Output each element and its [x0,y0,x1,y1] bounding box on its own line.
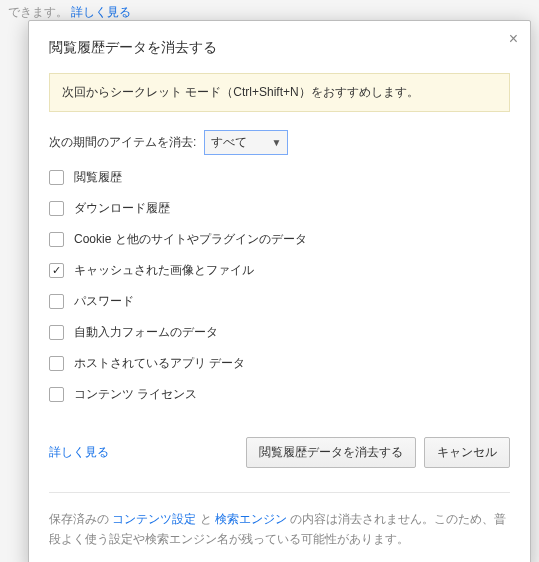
bg-learn-more-link[interactable]: 詳しく見る [71,5,131,19]
clear-data-button[interactable]: 閲覧履歴データを消去する [246,437,416,468]
checkbox-row[interactable]: 閲覧履歴 [49,169,510,186]
dialog-actions-row: 詳しく見る 閲覧履歴データを消去する キャンセル [49,437,510,468]
checkbox-row[interactable]: 自動入力フォームのデータ [49,324,510,341]
checkbox-label: コンテンツ ライセンス [74,386,197,403]
checkbox[interactable] [49,356,64,371]
checkbox-row[interactable]: キャッシュされた画像とファイル [49,262,510,279]
checkbox-label: 自動入力フォームのデータ [74,324,218,341]
search-engine-link[interactable]: 検索エンジン [215,512,287,526]
checkbox[interactable] [49,325,64,340]
learn-more-link[interactable]: 詳しく見る [49,444,109,461]
incognito-suggestion-banner: 次回からシークレット モード（Ctrl+Shift+N）をおすすめします。 [49,73,510,112]
checkbox-label: ホストされているアプリ データ [74,355,245,372]
dialog-title: 閲覧履歴データを消去する [49,39,510,57]
checkbox-label: キャッシュされた画像とファイル [74,262,254,279]
checkbox[interactable] [49,201,64,216]
cancel-button[interactable]: キャンセル [424,437,510,468]
clear-browsing-data-dialog: × 閲覧履歴データを消去する 次回からシークレット モード（Ctrl+Shift… [28,20,531,562]
time-range-row: 次の期間のアイテムを消去: すべて ▼ [49,130,510,155]
checkbox[interactable] [49,170,64,185]
checkbox-label: ダウンロード履歴 [74,200,170,217]
content-settings-link[interactable]: コンテンツ設定 [112,512,196,526]
checkbox-row[interactable]: ダウンロード履歴 [49,200,510,217]
checkbox-label: Cookie と他のサイトやプラグインのデータ [74,231,307,248]
checkbox-list: 閲覧履歴ダウンロード履歴Cookie と他のサイトやプラグインのデータキャッシュ… [49,169,510,403]
checkbox[interactable] [49,387,64,402]
checkbox-row[interactable]: コンテンツ ライセンス [49,386,510,403]
checkbox-row[interactable]: Cookie と他のサイトやプラグインのデータ [49,231,510,248]
checkbox[interactable] [49,263,64,278]
bg-line2-prefix: できます。 [8,5,68,19]
checkbox-row[interactable]: パスワード [49,293,510,310]
checkbox-label: 閲覧履歴 [74,169,122,186]
time-range-value: すべて [211,134,247,151]
checkbox[interactable] [49,232,64,247]
time-range-select[interactable]: すべて ▼ [204,130,288,155]
close-icon[interactable]: × [509,31,518,47]
checkbox-label: パスワード [74,293,134,310]
footer-note: 保存済みの コンテンツ設定 と 検索エンジン の内容は消去されません。このため、… [49,492,510,550]
button-group: 閲覧履歴データを消去する キャンセル [246,437,510,468]
time-range-label: 次の期間のアイテムを消去: [49,134,196,151]
chevron-down-icon: ▼ [271,137,281,148]
checkbox[interactable] [49,294,64,309]
checkbox-row[interactable]: ホストされているアプリ データ [49,355,510,372]
